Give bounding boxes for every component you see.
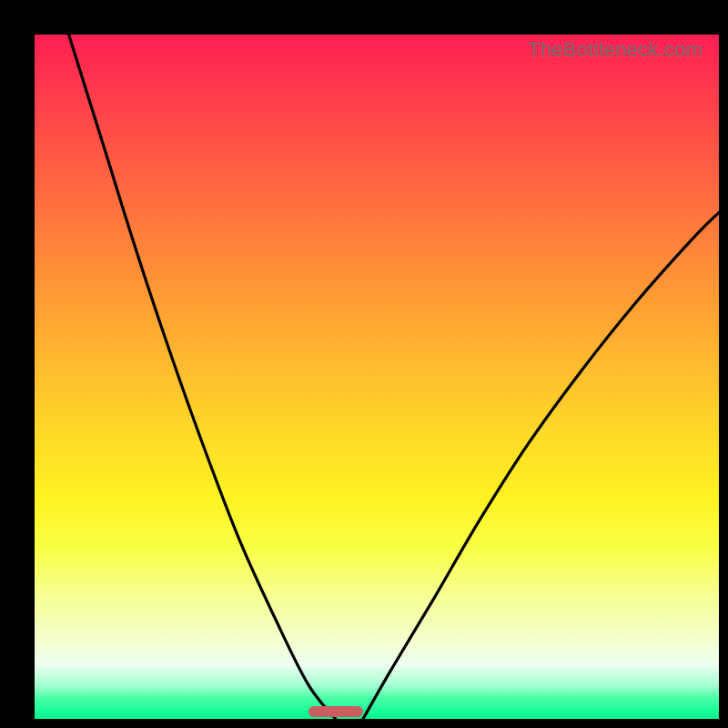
- outer-frame: TheBottleneck.com: [13, 13, 715, 715]
- right-curve-path: [363, 213, 719, 719]
- left-curve-path: [69, 35, 336, 719]
- bottleneck-marker: [308, 706, 363, 717]
- plot-area: TheBottleneck.com: [35, 35, 719, 719]
- curves-svg: [35, 35, 719, 719]
